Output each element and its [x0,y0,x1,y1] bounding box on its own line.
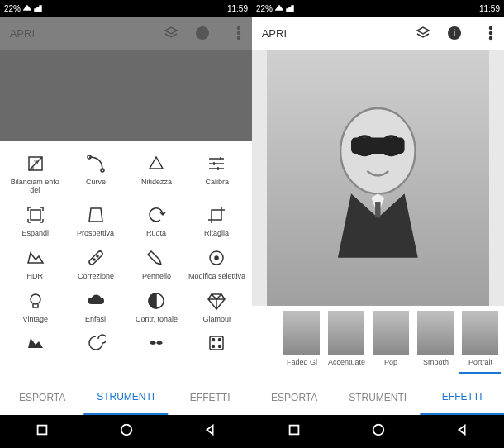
signal-icon [286,4,294,12]
layers-icon[interactable] [415,25,431,41]
landscape-icon [26,333,45,353]
svg-rect-11 [289,426,298,435]
svg-point-0 [490,27,492,30]
tool-glamour[interactable]: Glamour [188,291,245,324]
svg-point-31 [212,339,215,341]
nav-bar [252,415,504,448]
svg-rect-21 [31,210,40,220]
svg-rect-9 [375,202,380,217]
swirl-icon [86,333,106,353]
tool-hdr[interactable]: HDR [7,248,64,281]
tool-row5d[interactable] [7,333,64,358]
main-photo [267,50,489,306]
svg-text:W: W [34,160,39,164]
tool-selettiva[interactable]: Modifica selettiva [188,248,245,281]
bottom-tabs: EFFETTI STRUMENTI ESPORTA [252,379,504,415]
svg-rect-6 [351,138,405,154]
tab-effects[interactable]: EFFETTI [168,379,252,415]
hdr-icon [26,248,45,268]
tool-curve[interactable]: Curve [67,154,124,195]
svg-text:i: i [454,27,456,39]
screen-effects: 11:59 22% i APRI [252,0,504,448]
tool-enfasi[interactable]: Enfasi [67,291,124,324]
tool-row5a[interactable] [188,333,245,358]
tool-row5b[interactable] [128,333,185,358]
expand-icon [26,205,45,225]
svg-point-23 [215,256,218,260]
svg-rect-29 [210,336,223,350]
svg-point-34 [121,425,131,436]
status-bar: 11:59 22% [0,0,252,17]
filter-faded[interactable]: Faded Gl [281,311,322,374]
wifi-icon [275,4,283,12]
contrast-icon [146,291,166,311]
target-icon [207,248,226,268]
tool-bilanciamento[interactable]: WBBilanciam ento del [7,154,64,195]
tool-correzione[interactable]: Correzione [67,248,124,281]
svg-rect-35 [37,426,46,435]
nav-home-icon[interactable] [119,422,134,441]
tools-panel: Calibra Nitidezza Curve WBBilanciam ento… [0,141,252,379]
filter-strip: Portrait Smooth Pop Accentuate Faded Gl [252,306,504,379]
brush-icon [146,248,166,268]
status-battery: 22% [4,4,21,13]
tool-nitidezza[interactable]: Nitidezza [128,154,185,195]
nav-back-icon[interactable] [202,422,217,441]
tool-calibra[interactable]: Calibra [188,154,245,195]
svg-point-10 [373,425,383,436]
filter-smooth[interactable]: Smooth [415,311,456,374]
wifi-icon [23,4,31,12]
tab-tools[interactable]: STRUMENTI [336,379,421,415]
rotate-icon [146,205,166,225]
nav-home-icon[interactable] [371,422,386,441]
tab-export[interactable]: ESPORTA [252,379,336,415]
tool-ritaglia[interactable]: Ritaglia [188,205,245,238]
tool-tonale[interactable]: Contr. tonale [128,291,185,324]
tool-espandi[interactable]: Espandi [7,205,64,238]
filter-pop[interactable]: Pop [370,311,411,374]
perspective-icon [86,205,106,225]
status-time: 11:59 [227,4,248,13]
status-time: 11:59 [479,4,500,13]
overlay-dim[interactable] [0,17,252,141]
svg-point-30 [219,339,221,341]
tool-prospettiva[interactable]: Prospettiva [67,205,124,238]
triangle-icon [146,154,166,174]
status-bar: 11:59 22% [252,0,504,17]
image-area[interactable] [252,50,504,306]
signal-icon [34,4,42,12]
svg-point-25 [97,255,98,257]
tool-row5c[interactable] [67,333,124,358]
bulb-icon [26,291,45,311]
svg-point-26 [93,259,95,260]
open-button[interactable]: APRI [262,27,287,40]
nav-recent-icon[interactable] [35,422,50,441]
curve-icon [86,154,106,174]
nav-back-icon[interactable] [454,422,469,441]
nav-recent-icon[interactable] [287,422,302,441]
tab-effects[interactable]: EFFETTI [420,379,504,415]
svg-rect-24 [88,250,103,265]
info-icon[interactable]: i [446,25,463,41]
filter-portrait[interactable]: Portrait [459,311,501,374]
svg-point-1 [490,32,492,35]
tab-tools[interactable]: STRUMENTI [84,379,169,415]
bandage-icon [86,248,106,268]
svg-point-33 [212,346,215,348]
tool-pennello[interactable]: Pennello [128,248,185,281]
menu-icon[interactable] [478,25,494,41]
svg-point-28 [31,294,40,304]
bottom-tabs: EFFETTI STRUMENTI ESPORTA [0,379,252,415]
svg-point-2 [490,37,492,40]
tool-vintage[interactable]: Vintage [7,291,64,324]
app-header: i APRI [252,17,504,50]
cloud-icon [86,291,106,311]
nav-bar [0,415,252,448]
portrait-placeholder [311,75,445,280]
filter-accentuate[interactable]: Accentuate [326,311,367,374]
mustache-icon [146,333,166,353]
dice-icon [207,333,226,353]
tab-export[interactable]: ESPORTA [0,379,84,415]
svg-point-32 [219,346,221,348]
tool-ruota[interactable]: Ruota [128,205,185,238]
